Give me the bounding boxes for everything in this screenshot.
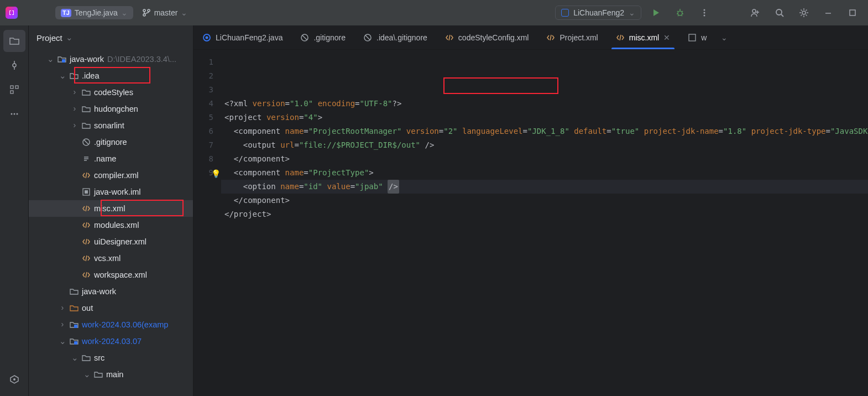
expand-arrow-icon[interactable]: ⌄ [59,71,66,80]
code-line[interactable]: </project> [221,207,868,221]
code-line[interactable]: 💡 <component name="ProjectType"> [221,166,868,180]
tab-label: .idea\.gitignore [377,33,427,42]
tree-item[interactable]: ⌄java-work D:\IDEA2023.3.4\... [29,51,193,67]
editor-tab[interactable]: codeStyleConfig.xml [436,25,538,49]
editor-tab[interactable]: w [679,25,715,49]
main-shell: Project ⌄ ⌄java-work D:\IDEA2023.3.4\...… [0,25,868,396]
debug-button[interactable] [670,3,690,23]
expand-arrow-icon[interactable]: › [71,87,79,96]
tree-item[interactable]: ›codeStyles [29,84,193,101]
search-everywhere-button[interactable] [770,3,789,23]
expand-arrow-icon[interactable]: ⌄ [71,353,79,362]
project-tree[interactable]: ⌄java-work D:\IDEA2023.3.4\...⌄.idea›cod… [29,50,193,396]
run-config-dropdown[interactable]: LiChuanFeng2 ⌄ [555,6,641,20]
tabs-overflow-button[interactable]: ⌄ [715,25,733,49]
code-line[interactable]: <option name="id" value="jpab" /> [221,180,868,194]
editor-tab[interactable]: .idea\.gitignore [354,25,436,49]
tree-item[interactable]: ›out [29,300,193,316]
code-file-icon [82,270,91,279]
code-with-me-button[interactable] [745,3,765,23]
tree-item[interactable]: ⌄main [29,366,193,383]
tree-item-label: java-work [70,55,104,64]
svg-point-19 [13,378,15,381]
annotation-highlight-language-level [443,77,558,94]
close-tab-icon[interactable]: ✕ [663,33,670,42]
svg-rect-20 [62,59,65,62]
tree-item[interactable]: .gitignore [29,134,193,150]
branch-label: master [154,8,178,17]
project-panel-title: Project [36,33,62,43]
maximize-button[interactable] [843,3,862,23]
tree-item[interactable]: uiDesigner.xml [29,233,193,250]
minimize-button[interactable] [818,3,838,23]
current-file-dropdown[interactable]: TJ TengJie.java ⌄ [55,6,133,19]
code-line[interactable]: </component> [221,152,868,166]
tree-item-label: java-work [82,287,116,296]
tree-item-path: D:\IDEA2023.3.4\... [107,55,176,64]
tree-item-label: src [94,353,104,362]
tree-item-label: .gitignore [94,138,127,147]
java-class-icon [202,33,211,42]
svg-point-12 [13,64,16,67]
structure-tool-button[interactable] [3,79,25,101]
file-type-badge: TJ [61,9,71,17]
code-line[interactable]: <project version="4"> [221,111,868,124]
expand-arrow-icon[interactable]: › [71,104,79,113]
settings-button[interactable] [794,3,814,23]
tree-item[interactable]: ›work-2024.03.06(examp [29,316,193,333]
expand-arrow-icon[interactable]: ⌄ [83,370,91,379]
code-line[interactable]: <output url="file://$PROJECT_DIR$/out" /… [221,138,868,152]
code-file-icon [82,171,91,180]
tree-item[interactable]: workspace.xml [29,267,193,283]
editor-tab[interactable]: Project.xml [537,25,606,49]
tree-item[interactable]: modules.xml [29,217,193,233]
expand-arrow-icon[interactable]: › [59,303,66,312]
code-line[interactable]: <component name="ProjectRootManager" ver… [221,124,868,138]
tree-item[interactable]: compiler.xml [29,167,193,184]
commit-tool-button[interactable] [3,54,25,76]
editor-tab[interactable]: LiChuanFeng2.java [194,25,291,49]
folder-icon [82,121,91,130]
vcs-branch-dropdown[interactable]: master ⌄ [138,6,192,19]
editor[interactable]: 123456789 <?xml version="1.0" encoding="… [194,50,868,396]
svg-point-2 [143,14,145,16]
expand-arrow-icon[interactable]: ⌄ [46,55,54,64]
more-tools-button[interactable] [3,103,25,125]
editor-tab[interactable]: .gitignore [291,25,354,49]
tree-item-label: sonarlint [94,121,124,130]
expand-arrow-icon[interactable]: ⌄ [59,337,66,346]
code-line[interactable]: </component> [221,194,868,207]
main-menu-button[interactable] [27,3,46,23]
intention-bulb-icon[interactable]: 💡 [211,167,221,181]
tree-item[interactable]: ›sonarlint [29,117,193,134]
editor-tab[interactable]: misc.xml✕ [607,25,679,49]
editor-tabs: LiChuanFeng2.java.gitignore.idea\.gitign… [194,25,868,50]
svg-rect-0 [8,9,15,16]
tab-label: Project.xml [560,33,598,42]
expand-arrow-icon[interactable]: › [71,121,79,129]
tree-item[interactable]: ⌄src [29,350,193,366]
tree-item[interactable]: java-work.iml [29,184,193,200]
tree-item[interactable]: vcs.xml [29,250,193,267]
tree-item[interactable]: ⌄work-2024.03.07 [29,333,193,350]
project-tool-button[interactable] [3,30,25,52]
chevron-down-icon: ⌄ [121,8,128,17]
left-tool-rail [0,25,29,396]
services-tool-button[interactable] [3,368,25,390]
tree-item[interactable]: .name [29,150,193,167]
code-content[interactable]: <?xml version="1.0" encoding="UTF-8"?><p… [221,50,868,396]
svg-point-27 [206,36,208,39]
module-icon [70,337,79,346]
code-line[interactable]: <?xml version="1.0" encoding="UTF-8"?> [221,97,868,111]
branch-icon [142,8,151,17]
run-button[interactable] [646,3,666,23]
text-file-icon [82,154,91,163]
expand-arrow-icon[interactable]: › [59,320,66,329]
tree-item[interactable]: java-work [29,283,193,300]
tree-item[interactable]: ›hudongchen [29,101,193,117]
project-panel-header[interactable]: Project ⌄ [29,25,193,50]
run-config-label: LiChuanFeng2 [573,8,624,17]
svg-rect-15 [11,91,13,93]
more-actions-button[interactable] [694,3,714,23]
annotation-highlight-misc-xml [101,200,184,216]
